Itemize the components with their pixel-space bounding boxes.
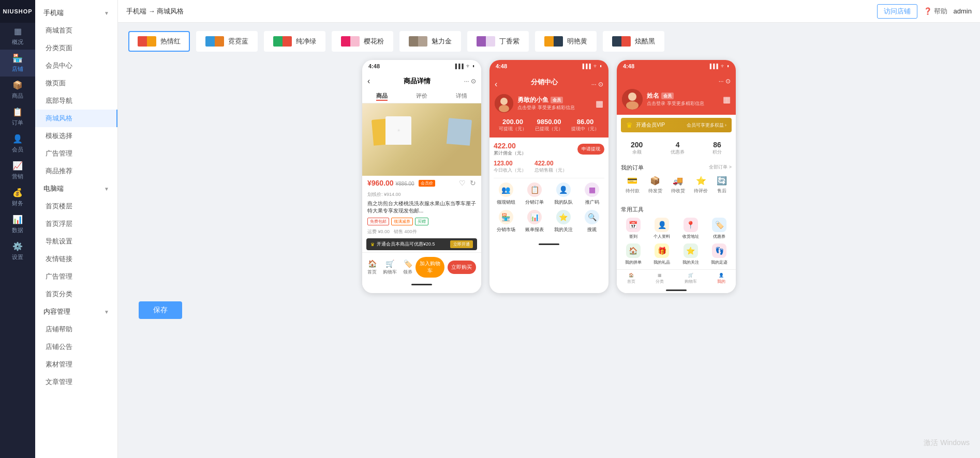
sidebar-item-store[interactable]: 🏪 店铺 — [0, 50, 35, 77]
nav-pc-nav-settings[interactable]: 导航设置 — [35, 233, 117, 250]
my-nav-category[interactable]: ▦ 分类 — [656, 273, 664, 284]
nav-member-center[interactable]: 会员中心 — [35, 57, 117, 74]
sidebar-item-overview[interactable]: ▦ 概况 — [0, 23, 35, 50]
dist-icon-promo-code[interactable]: ▦ 推广码 — [580, 182, 605, 206]
nav-store-style[interactable]: 商城风格 — [35, 110, 117, 127]
sidebar-item-finance[interactable]: 💰 财务 — [0, 184, 35, 211]
pd-buy-now-button[interactable]: 立即购买 — [448, 261, 477, 274]
pd-tab-review[interactable]: 评价 — [416, 92, 427, 101]
theme-lavender[interactable]: 丁香紫 — [467, 31, 529, 52]
my-order-all[interactable]: 全部订单 > — [709, 164, 732, 172]
theme-hot-red[interactable]: 热情红 — [128, 31, 190, 52]
pc-section[interactable]: 电脑端 ▼ — [35, 180, 117, 197]
pd-back-icon[interactable]: ‹ — [367, 77, 370, 86]
my-menu-icon[interactable]: ··· ⊙ — [719, 78, 731, 85]
dist-qr-icon[interactable]: ▦ — [596, 99, 603, 109]
sidebar-item-member[interactable]: 👤 会员 — [0, 130, 35, 157]
pd-coupon-icon[interactable]: 🏷️ 领券 — [403, 259, 412, 276]
nav-pc-home-float[interactable]: 首页浮层 — [35, 215, 117, 233]
my-team-icon: 👤 — [556, 182, 571, 197]
pd-tab-detail[interactable]: 详情 — [456, 92, 467, 101]
my-order-pending-ship[interactable]: 📦 待发货 — [648, 176, 662, 194]
save-button[interactable]: 保存 — [139, 301, 182, 319]
my-tool-coupon[interactable]: 🏷️ 优惠券 — [707, 218, 732, 239]
pd-action-icons: ♡ ↻ — [459, 179, 476, 187]
pd-home-icon[interactable]: 🏠 首页 — [367, 259, 377, 276]
my-qr-icon[interactable]: ▦ — [723, 95, 731, 104]
nav-micro-page[interactable]: 微页面 — [35, 74, 117, 92]
nav-article-manage[interactable]: 文章管理 — [35, 373, 117, 391]
my-order-pending-receive[interactable]: 🚚 待收货 — [671, 176, 685, 194]
my-order-pending-pay[interactable]: 💳 待付款 — [626, 176, 640, 194]
pd-tab-product[interactable]: 商品 — [376, 92, 388, 101]
dist-icon-my-team[interactable]: 👤 我的队队 — [551, 182, 576, 206]
nav-product-recommend[interactable]: 商品推荐 — [35, 162, 117, 180]
help-button[interactable]: ❓ 帮助 — [924, 7, 947, 16]
nav-store-home[interactable]: 商城首页 — [35, 22, 117, 39]
my-tool-gifts[interactable]: 🎁 我的礼品 — [650, 243, 675, 265]
my-nav-my[interactable]: 👤 我的 — [717, 273, 725, 284]
my-vip-bar[interactable]: ♛ 开通会员VIP 会员可享更多权益 › — [621, 118, 732, 132]
theme-bright-yellow[interactable]: 明艳黄 — [535, 31, 597, 52]
mobile-section[interactable]: 手机端 ▼ — [35, 4, 117, 22]
sidebar-item-data[interactable]: 📊 数据 — [0, 211, 35, 238]
content-section[interactable]: 内容管理 ▼ — [35, 303, 117, 320]
theme-pure-green[interactable]: 纯净绿 — [264, 31, 325, 52]
order-icon: 📋 — [12, 107, 23, 117]
admin-button[interactable]: admin — [954, 7, 972, 15]
my-order-pending-review[interactable]: ⭐ 待评价 — [694, 176, 708, 194]
theme-colors-lavender — [477, 36, 495, 47]
my-nav-cart[interactable]: 🛒 购物车 — [685, 273, 697, 284]
dist-icon-follow[interactable]: ⭐ 我的关注 — [551, 210, 576, 233]
sidebar-item-settings[interactable]: ⚙️ 设置 — [0, 238, 35, 265]
sidebar-item-order[interactable]: 📋 订单 — [0, 103, 35, 130]
my-order-aftersale[interactable]: 🔄 售后 — [717, 176, 727, 194]
sidebar-item-marketing[interactable]: 📈 营销 — [0, 157, 35, 184]
nav-pc-friendly-link[interactable]: 友情链接 — [35, 250, 117, 268]
pd-favorite-icon[interactable]: ♡ — [459, 179, 466, 187]
dist-icon-market[interactable]: 🏪 分销市场 — [494, 210, 518, 233]
nav-store-help[interactable]: 店铺帮助 — [35, 320, 117, 338]
nav-template[interactable]: 模板选择 — [35, 127, 117, 145]
dist-apply-btn[interactable]: 申请提现 — [577, 144, 604, 155]
my-tool-follow[interactable]: ⭐ 我的关注 — [678, 243, 703, 265]
pd-cart-icon[interactable]: 🛒 购物车 — [383, 259, 397, 276]
pd-tabs: 商品 评价 详情 — [362, 90, 481, 103]
theme-sky-blue[interactable]: 霓霓蓝 — [196, 31, 258, 52]
preview-area: 4:48 ▌▌▌ ᯤ ▮ ‹ 商品详情 ··· ⊙ 商品 评价 详情 — [128, 60, 970, 293]
theme-cherry-pink[interactable]: 樱花粉 — [332, 31, 393, 52]
pd-vip-open-btn[interactable]: 立即开通 — [450, 240, 473, 248]
my-tool-checkin[interactable]: 📅 签到 — [621, 218, 646, 239]
my-tool-footprint[interactable]: 👣 我的足迹 — [707, 243, 732, 265]
pd-add-cart-button[interactable]: 加入购物车 — [415, 257, 444, 278]
dist-icon-order[interactable]: 📋 分销订单 — [523, 182, 547, 206]
dist-stat-withdrawn: 9850.00 已提现（元） — [535, 118, 563, 132]
theme-label-dazzle-black: 炫酷黑 — [635, 37, 655, 46]
my-tool-group-order[interactable]: 🏠 我的拼单 — [621, 243, 646, 265]
visit-store-button[interactable]: 访问店铺 — [877, 4, 917, 19]
nav-pc-home-floor[interactable]: 首页楼层 — [35, 197, 117, 215]
pd-share-icon[interactable]: ↻ — [470, 179, 476, 187]
dist-icon-search[interactable]: 🔍 搜观 — [580, 210, 605, 233]
svg-point-1 — [500, 98, 508, 105]
pd-tag-free-ship: 免费包邮 — [367, 218, 389, 225]
dist-icon-bill[interactable]: 📊 账单报表 — [523, 210, 547, 233]
dist-icon-sales-team[interactable]: 👥 领现销组 — [494, 182, 518, 206]
theme-dazzle-black[interactable]: 炫酷黑 — [603, 31, 664, 52]
my-tool-profile[interactable]: 👤 个人资料 — [650, 218, 675, 239]
nav-bottom-nav[interactable]: 底部导航 — [35, 92, 117, 110]
my-tool-address[interactable]: 📍 收货地址 — [678, 218, 703, 239]
theme-charm-gold[interactable]: 魅力金 — [399, 31, 461, 52]
nav-category[interactable]: 分类页面 — [35, 39, 117, 57]
my-nav-home[interactable]: 🏠 首页 — [627, 273, 635, 284]
sidebar-item-product[interactable]: 📦 商品 — [0, 77, 35, 103]
nav-material-manage[interactable]: 素材管理 — [35, 356, 117, 373]
dist-menu-icon[interactable]: ··· ⊙ — [591, 81, 603, 88]
pending-ship-icon: 📦 — [650, 176, 660, 186]
dist-back-icon[interactable]: ‹ — [495, 80, 497, 89]
nav-store-notice[interactable]: 店铺公告 — [35, 338, 117, 356]
pd-more-icon[interactable]: ··· ⊙ — [464, 78, 476, 85]
nav-pc-home-category[interactable]: 首页分类 — [35, 285, 117, 303]
nav-ad-manage[interactable]: 广告管理 — [35, 145, 117, 162]
nav-pc-ad-manage[interactable]: 广告管理 — [35, 268, 117, 285]
